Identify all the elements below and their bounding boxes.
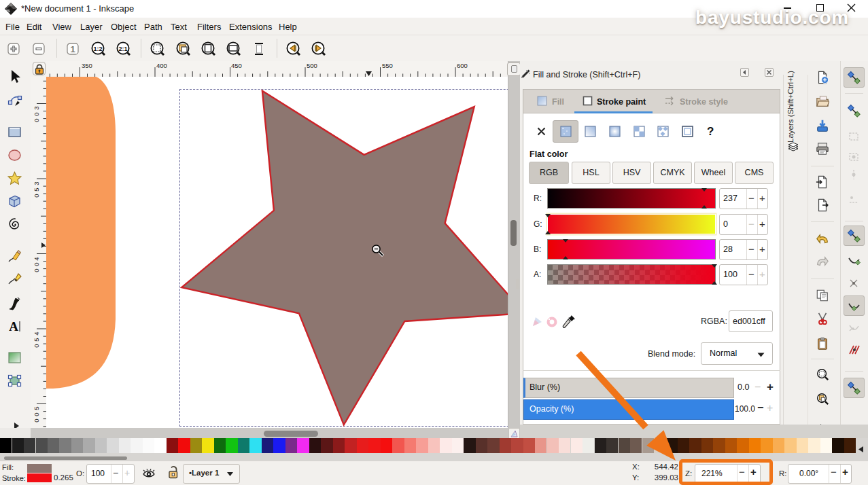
svg-text:A: A [9,319,18,334]
svg-text:0: 0 [33,194,40,197]
svg-text:0: 0 [33,262,40,266]
svg-text:4: 4 [33,257,40,260]
svg-text:0: 0 [33,418,40,422]
svg-text:0: 0 [33,412,40,416]
svg-text:0: 0 [33,344,40,347]
svg-text:4: 4 [33,331,40,335]
svg-text:1: 1 [70,44,75,54]
svg-text:5: 5 [33,406,40,410]
svg-text:1:2: 1:2 [93,46,102,52]
svg-text:5: 5 [33,338,40,341]
svg-text:0: 0 [33,268,40,272]
svg-text:400: 400 [156,62,167,69]
svg-text:3: 3 [33,106,40,109]
svg-text:350: 350 [82,62,92,69]
svg-text:0: 0 [33,118,40,122]
svg-text:2:1: 2:1 [118,46,127,52]
svg-text:500: 500 [307,62,317,69]
svg-text:5: 5 [33,187,40,191]
svg-text:600: 600 [457,62,468,69]
svg-text:0: 0 [33,112,40,115]
svg-text:3: 3 [33,181,40,185]
svg-text:550: 550 [382,62,393,69]
svg-text:450: 450 [231,62,242,69]
